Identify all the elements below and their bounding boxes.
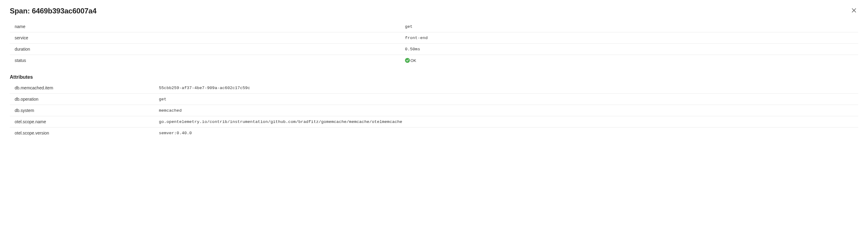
summary-value: front-end bbox=[400, 32, 858, 44]
attribute-key: otel.scope.name bbox=[10, 116, 154, 128]
attribute-row: otel.scope.namego.opentelemetry.io/contr… bbox=[10, 116, 858, 128]
summary-key: duration bbox=[10, 44, 400, 55]
attribute-key: db.operation bbox=[10, 94, 154, 105]
panel-header: Span: 6469b393ac6007a4 bbox=[10, 6, 858, 15]
attribute-row: db.systemmemcached bbox=[10, 105, 858, 116]
summary-value: 0.50ms bbox=[400, 44, 858, 55]
close-button[interactable] bbox=[850, 6, 858, 15]
summary-table: namegetservicefront-endduration0.50mssta… bbox=[10, 21, 858, 66]
attribute-key: db.system bbox=[10, 105, 154, 116]
attribute-key: otel.scope.version bbox=[10, 128, 154, 139]
status-text: OK bbox=[410, 58, 416, 63]
attribute-value: memcached bbox=[154, 105, 858, 116]
summary-key: status bbox=[10, 55, 400, 66]
summary-row: nameget bbox=[10, 21, 858, 32]
attribute-value: get bbox=[154, 94, 858, 105]
check-circle-icon bbox=[405, 58, 410, 63]
attributes-table: db.memcached.item55cbb259-af37-4be7-909a… bbox=[10, 82, 858, 138]
summary-value: get bbox=[400, 21, 858, 32]
summary-row: duration0.50ms bbox=[10, 44, 858, 55]
panel-title: Span: 6469b393ac6007a4 bbox=[10, 7, 96, 15]
attribute-key: db.memcached.item bbox=[10, 82, 154, 94]
attributes-heading: Attributes bbox=[10, 74, 858, 80]
summary-row: statusOK bbox=[10, 55, 858, 66]
title-prefix: Span: bbox=[10, 7, 32, 15]
summary-key: service bbox=[10, 32, 400, 44]
summary-value: OK bbox=[400, 55, 858, 66]
attribute-row: db.memcached.item55cbb259-af37-4be7-909a… bbox=[10, 82, 858, 94]
attribute-value: 55cbb259-af37-4be7-909a-ac602c17c59c bbox=[154, 82, 858, 94]
attribute-value: go.opentelemetry.io/contrib/instrumentat… bbox=[154, 116, 858, 128]
status-badge: OK bbox=[405, 58, 858, 63]
attribute-value: semver:0.40.0 bbox=[154, 128, 858, 139]
close-icon bbox=[851, 7, 857, 14]
span-id: 6469b393ac6007a4 bbox=[32, 7, 96, 15]
attribute-row: db.operationget bbox=[10, 94, 858, 105]
summary-key: name bbox=[10, 21, 400, 32]
attribute-row: otel.scope.versionsemver:0.40.0 bbox=[10, 128, 858, 139]
summary-row: servicefront-end bbox=[10, 32, 858, 44]
